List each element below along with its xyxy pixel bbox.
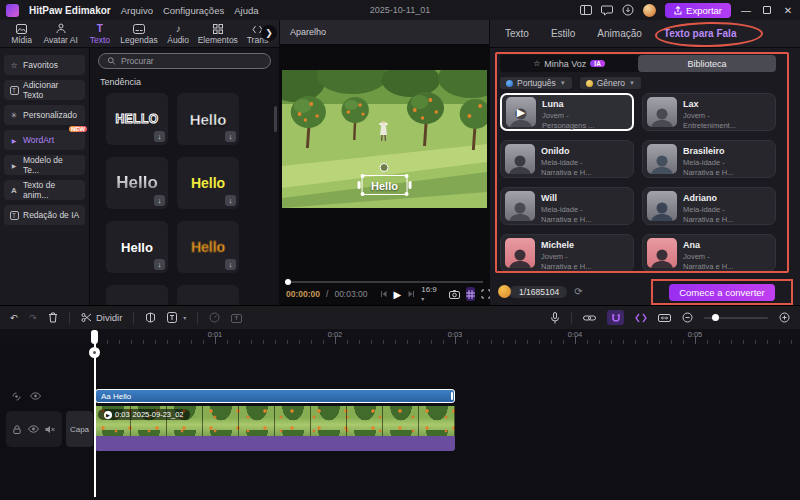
tab-estilo[interactable]: Estilo: [551, 28, 575, 39]
play-button[interactable]: ▶: [394, 289, 402, 300]
play-voice-icon[interactable]: ▶: [506, 97, 536, 127]
side-handle[interactable]: [409, 181, 412, 189]
tab-animacao[interactable]: Animação: [597, 28, 641, 39]
audio-strip[interactable]: [95, 436, 455, 451]
split-button[interactable]: Dividir: [81, 312, 122, 323]
tab-texto[interactable]: T Texto: [80, 23, 119, 45]
video-canvas[interactable]: Hello: [282, 70, 487, 208]
search-bar[interactable]: [98, 53, 271, 69]
delete-icon[interactable]: [48, 312, 58, 323]
feedback-icon[interactable]: [601, 5, 613, 16]
sidebar-item-modelo-de-texto[interactable]: ▶ Modelo de Te...: [4, 155, 85, 175]
gender-dropdown[interactable]: Gênero ▼: [580, 77, 641, 89]
tab-midia[interactable]: Mídia: [2, 23, 41, 45]
eye-icon[interactable]: [30, 392, 41, 400]
text-style-card[interactable]: Hello ↓: [177, 157, 239, 209]
text-style-card[interactable]: [106, 285, 168, 305]
zoom-slider-knob[interactable]: [712, 314, 719, 321]
download-arrow-icon[interactable]: ↓: [225, 131, 236, 142]
redo-icon[interactable]: ↷: [29, 312, 37, 323]
export-frame-icon[interactable]: [231, 312, 242, 323]
microphone-icon[interactable]: [550, 312, 560, 324]
text-style-card[interactable]: Hello ↓: [177, 93, 239, 145]
sidebar-item-wordart[interactable]: ▶ WordArt NEW: [4, 130, 85, 150]
tab-texto-para-fala[interactable]: Texto para Fala: [664, 28, 737, 39]
sidebar-item-texto-animado[interactable]: A Texto de anim...: [4, 180, 85, 200]
tab-avatar-ai[interactable]: Avatar AI: [41, 23, 80, 45]
menu-ajuda[interactable]: Ajuda: [234, 5, 258, 16]
language-dropdown[interactable]: Português ▼: [500, 77, 572, 89]
video-clip[interactable]: ▶ 0:03 2025-09-23_02: [95, 406, 455, 436]
voice-card-brasileiro[interactable]: Brasileiro Meia-idade - Narrativa e H...: [642, 140, 776, 178]
user-avatar[interactable]: [643, 4, 656, 17]
voice-card-will[interactable]: Will Meia-idade - Narrativa e H...: [500, 187, 634, 225]
sidebar-item-favoritos[interactable]: ☆ Favoritos: [4, 55, 85, 75]
text-style-card[interactable]: HELLO ↓: [106, 93, 168, 145]
export-button[interactable]: Exportar: [665, 3, 731, 18]
refresh-icon[interactable]: ⟳: [574, 286, 582, 297]
download-arrow-icon[interactable]: ↓: [225, 259, 236, 270]
voice-card-ana[interactable]: Ana Jovem - Narrativa e H...: [642, 234, 776, 272]
voice-card-adriano[interactable]: Adriano Meia-idade - Narrativa e H...: [642, 187, 776, 225]
resize-handle[interactable]: [360, 174, 364, 178]
voice-card-luna[interactable]: ▶ Luna Jovem - Personagens ...: [500, 93, 634, 131]
grid-toggle[interactable]: [466, 287, 475, 301]
tab-elementos[interactable]: Elementos: [198, 23, 238, 45]
preview-scrubber[interactable]: [286, 281, 483, 283]
voice-card-michele[interactable]: Michele Jovem - Narrativa e H...: [500, 234, 634, 272]
speed-icon[interactable]: [209, 312, 220, 323]
magnet-snap-toggle[interactable]: [607, 310, 624, 325]
eye-icon[interactable]: [28, 425, 39, 433]
cover-button[interactable]: Capa: [66, 411, 93, 447]
voice-card-onildo[interactable]: Onildo Meia-idade - Narrativa e H...: [500, 140, 634, 178]
download-arrow-icon[interactable]: ↓: [225, 195, 236, 206]
zoom-in-icon[interactable]: [779, 312, 790, 323]
link-icon[interactable]: [583, 314, 596, 322]
text-style-card[interactable]: Hello ↓: [106, 221, 168, 273]
sidebar-item-redacao-ia[interactable]: T Redação de IA: [4, 205, 85, 225]
download-arrow-icon[interactable]: ↓: [154, 131, 165, 142]
mute-icon[interactable]: [45, 425, 55, 434]
next-frame-icon[interactable]: [407, 290, 415, 298]
maximize-button[interactable]: [761, 5, 773, 16]
playhead-handle[interactable]: [89, 347, 100, 358]
aspect-ratio-select[interactable]: 16:9 ▾: [421, 285, 437, 303]
prev-frame-icon[interactable]: [380, 290, 388, 298]
resize-handle[interactable]: [405, 192, 409, 196]
library-tab[interactable]: Biblioteca: [638, 55, 776, 72]
text-tool-icon[interactable]: ▾: [167, 312, 186, 323]
menu-arquivo[interactable]: Arquivo: [121, 5, 153, 16]
scrubber-thumb[interactable]: [285, 279, 291, 285]
search-input[interactable]: [121, 56, 262, 66]
tab-audio[interactable]: ♪ Áudio: [159, 23, 198, 45]
mask-icon[interactable]: [145, 312, 156, 323]
zoom-out-icon[interactable]: [682, 312, 693, 323]
scrollbar[interactable]: [274, 106, 277, 132]
menu-configuracoes[interactable]: Configurações: [163, 5, 224, 16]
undo-icon[interactable]: ↶: [10, 312, 18, 323]
tab-strip-next-icon[interactable]: ❯: [261, 25, 277, 41]
resize-handle[interactable]: [360, 192, 364, 196]
download-arrow-icon[interactable]: ↓: [154, 195, 165, 206]
minimize-button[interactable]: —: [740, 5, 752, 16]
lock-icon[interactable]: [13, 425, 21, 434]
selected-text-overlay[interactable]: Hello: [361, 175, 408, 195]
rotate-handle[interactable]: [380, 163, 389, 172]
text-style-card[interactable]: Hello ↓: [106, 157, 168, 209]
text-style-card[interactable]: Hello ↓: [177, 221, 239, 273]
side-handle[interactable]: [357, 181, 360, 189]
text-style-card[interactable]: [177, 285, 239, 305]
voiceover-icon[interactable]: [12, 392, 21, 401]
download-icon[interactable]: [622, 4, 634, 16]
voice-card-lax[interactable]: Lax Jovem - Entreteniment...: [642, 93, 776, 131]
tab-legendas[interactable]: Legendas: [119, 23, 158, 45]
playhead-marker[interactable]: [91, 330, 98, 344]
text-clip[interactable]: Aa Hello: [95, 389, 455, 403]
download-arrow-icon[interactable]: ↓: [154, 259, 165, 270]
timeline-ruler[interactable]: 0:01 0:02 0:03 0:04 0:05: [0, 329, 800, 345]
keyframe-brackets-icon[interactable]: [635, 313, 647, 323]
snapshot-icon[interactable]: [449, 290, 460, 299]
sidebar-item-personalizado[interactable]: ✳ Personalizado: [4, 105, 85, 125]
close-button[interactable]: ✕: [782, 5, 794, 16]
resize-handle[interactable]: [405, 174, 409, 178]
